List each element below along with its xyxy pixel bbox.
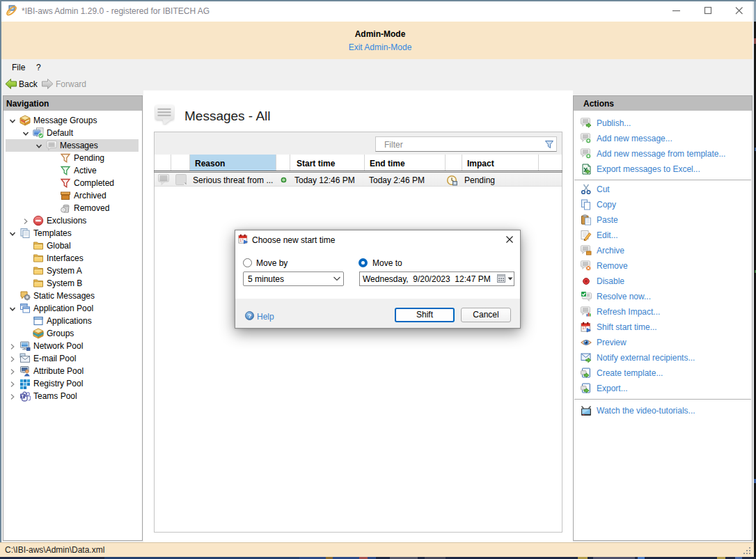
svg-text:17: 17 <box>582 326 586 330</box>
svg-text:?: ? <box>248 313 252 320</box>
svg-text:17: 17 <box>239 238 244 242</box>
